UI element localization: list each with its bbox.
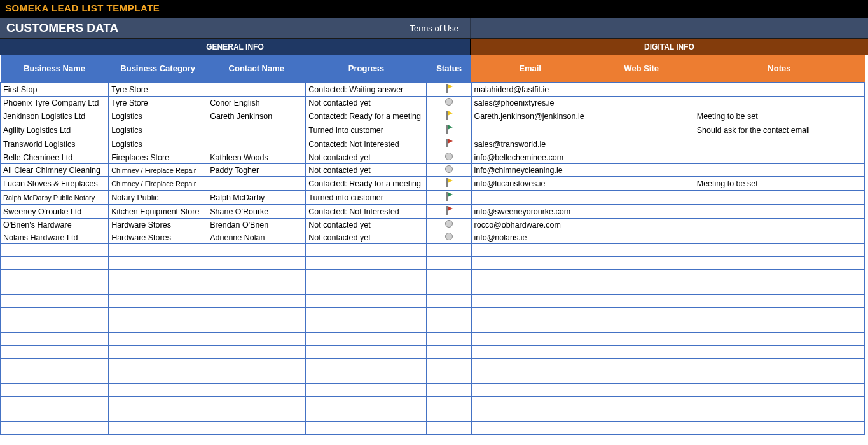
cell-email[interactable]: info@chimneycleaning.ie [471,164,589,177]
col-header-progress[interactable]: Progress [306,55,427,83]
cell-contact[interactable] [207,137,306,151]
table-row[interactable]: Phoenix Tyre Company LtdTyre StoreConor … [1,97,865,109]
cell-status[interactable] [427,164,471,177]
table-row-empty[interactable] [1,333,865,346]
cell-website[interactable] [589,97,694,109]
cell-website[interactable] [589,205,694,219]
terms-of-use-link[interactable]: Terms of Use [410,24,458,33]
table-row-empty[interactable] [1,320,865,333]
cell-status[interactable] [427,151,471,164]
cell-contact[interactable]: Kathleen Woods [207,151,306,164]
cell-notes[interactable]: Meeting to be set [694,109,864,123]
table-row[interactable]: Jenkinson Logistics LtdLogisticsGareth J… [1,109,865,123]
table-row[interactable]: Lucan Stoves & FireplacesChimney / Firep… [1,177,865,191]
cell-business[interactable]: First Stop [1,83,109,97]
table-row[interactable]: O'Brien's HardwareHardware StoresBrendan… [1,219,865,231]
table-row-empty[interactable] [1,359,865,371]
cell-notes[interactable] [694,97,864,109]
table-row-empty[interactable] [1,282,865,295]
cell-progress[interactable]: Contacted: Not Interested [306,205,427,219]
cell-notes[interactable] [694,191,864,205]
cell-status[interactable] [427,205,471,219]
cell-notes[interactable] [694,137,864,151]
cell-category[interactable]: Logistics [109,137,207,151]
cell-progress[interactable]: Contacted: Ready for a meeting [306,109,427,123]
cell-email[interactable] [471,191,589,205]
table-row[interactable]: First StopTyre StoreContacted: Waiting a… [1,83,865,97]
table-row-empty[interactable] [1,244,865,257]
cell-website[interactable] [589,177,694,191]
cell-business[interactable]: Phoenix Tyre Company Ltd [1,97,109,109]
cell-contact[interactable]: Gareth Jenkinson [207,109,306,123]
cell-category[interactable]: Logistics [109,109,207,123]
cell-business[interactable]: Lucan Stoves & Fireplaces [1,177,109,191]
cell-progress[interactable]: Contacted: Waiting answer [306,83,427,97]
cell-website[interactable] [589,151,694,164]
table-row-empty[interactable] [1,397,865,409]
cell-email[interactable]: sales@phoenixtyres.ie [471,97,589,109]
table-row-empty[interactable] [1,295,865,308]
table-row-empty[interactable] [1,257,865,270]
cell-business[interactable]: Belle Cheminee Ltd [1,151,109,164]
cell-status[interactable] [427,177,471,191]
cell-contact[interactable] [207,177,306,191]
cell-contact[interactable]: Adrienne Nolan [207,231,306,244]
cell-category[interactable]: Logistics [109,123,207,137]
cell-category[interactable]: Tyre Store [109,97,207,109]
table-row-empty[interactable] [1,384,865,397]
col-header-business-category[interactable]: Business Category [109,55,207,83]
table-row-empty[interactable] [1,371,865,384]
cell-website[interactable] [589,123,694,137]
cell-progress[interactable]: Turned into customer [306,191,427,205]
cell-business[interactable]: Transworld Logistics [1,137,109,151]
cell-status[interactable] [427,97,471,109]
col-header-notes[interactable]: Notes [694,55,864,83]
cell-website[interactable] [589,83,694,97]
cell-category[interactable]: Chimney / Fireplace Repair [109,164,207,177]
cell-email[interactable]: malahiderd@fastfit.ie [471,83,589,97]
cell-category[interactable]: Tyre Store [109,83,207,97]
cell-category[interactable]: Hardware Stores [109,231,207,244]
cell-email[interactable]: info@nolans.ie [471,231,589,244]
cell-status[interactable] [427,137,471,151]
cell-progress[interactable]: Not contacted yet [306,164,427,177]
cell-progress[interactable]: Not contacted yet [306,231,427,244]
cell-contact[interactable] [207,83,306,97]
table-row-empty[interactable] [1,346,865,359]
cell-contact[interactable]: Conor English [207,97,306,109]
cell-contact[interactable]: Shane O'Rourke [207,205,306,219]
cell-website[interactable] [589,191,694,205]
table-row[interactable]: Transworld LogisticsLogisticsContacted: … [1,137,865,151]
cell-email[interactable]: rocco@obhardware.com [471,219,589,231]
cell-email[interactable]: Gareth.jenkinson@jenkinson.ie [471,109,589,123]
cell-business[interactable]: Jenkinson Logistics Ltd [1,109,109,123]
cell-notes[interactable] [694,205,864,219]
cell-business[interactable]: Nolans Hardware Ltd [1,231,109,244]
cell-status[interactable] [427,191,471,205]
cell-contact[interactable]: Brendan O'Brien [207,219,306,231]
cell-status[interactable] [427,123,471,137]
table-row[interactable]: All Clear Chimney CleaningChimney / Fire… [1,164,865,177]
cell-business[interactable]: All Clear Chimney Cleaning [1,164,109,177]
col-header-contact-name[interactable]: Contact Name [207,55,306,83]
cell-contact[interactable] [207,123,306,137]
table-row-empty[interactable] [1,308,865,320]
table-row[interactable]: Agility Logistics LtdLogisticsTurned int… [1,123,865,137]
cell-progress[interactable]: Turned into customer [306,123,427,137]
cell-notes[interactable] [694,231,864,244]
cell-progress[interactable]: Not contacted yet [306,151,427,164]
cell-category[interactable]: Notary Public [109,191,207,205]
cell-notes[interactable]: Meeting to be set [694,177,864,191]
cell-progress[interactable]: Not contacted yet [306,219,427,231]
cell-business[interactable]: Agility Logistics Ltd [1,123,109,137]
cell-category[interactable]: Hardware Stores [109,219,207,231]
cell-notes[interactable] [694,83,864,97]
cell-website[interactable] [589,137,694,151]
cell-contact[interactable]: Ralph McDarby [207,191,306,205]
col-header-business-name[interactable]: Business Name [1,55,109,83]
cell-website[interactable] [589,219,694,231]
col-header-website[interactable]: Web Site [589,55,694,83]
table-row-empty[interactable] [1,409,865,422]
table-row[interactable]: Ralph McDarby Public NotaryNotary Public… [1,191,865,205]
cell-email[interactable]: info@sweeneyorourke.com [471,205,589,219]
